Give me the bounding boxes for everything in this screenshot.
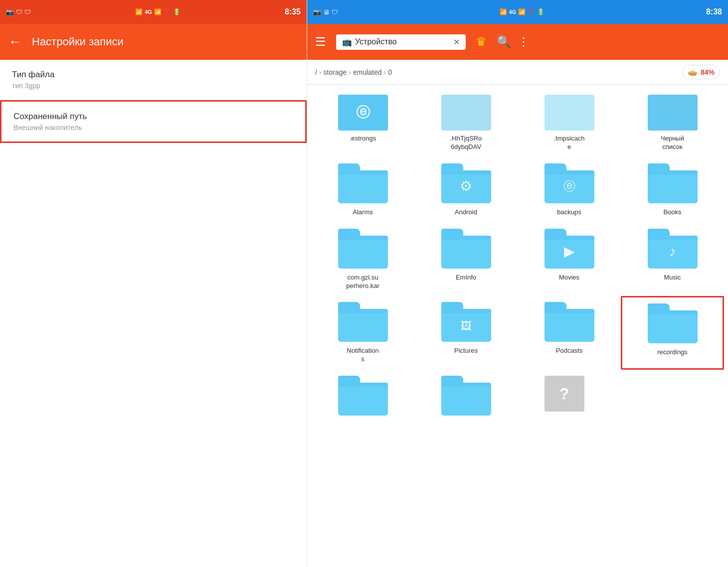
music-note-icon: ♪ [669,244,676,260]
device-chip-icon: 📺 [342,37,352,47]
folder-tmpsicache[interactable]: .tmpsicache [518,89,621,157]
folder-icon-comgzl [338,229,388,270]
folder-blacklist[interactable]: Черныйсписок [621,89,724,157]
device-chip-close-icon[interactable]: ✕ [453,37,460,47]
folder-alarms[interactable]: Alarms [311,157,414,223]
estrongs-logo: ⓔ [356,103,370,122]
folder-icon-music: ♪ [648,229,698,270]
android-gear-icon: ⚙ [460,178,472,194]
status-bar-left: 📷 🛡 🛡 📶 4G 📶 ❓ 🔋 8:35 [0,0,307,24]
folder-comgzl[interactable]: com.gzl.superhero.kar [311,223,414,296]
folder-recordings[interactable]: recordings [621,296,724,370]
right-panel: 📷 🖥 🛡 📶 4G 📶 ❓ 🔋 8:38 ☰ 📺 Устройство ✕ ♛… [307,0,728,567]
folder-name-backups: backups [557,208,581,217]
folder-podcasts[interactable]: Podcasts [518,296,621,370]
folder-name-pictures: Pictures [454,347,478,355]
left-app-bar: ← Настройки записи [0,24,307,60]
folder-name-books: Books [663,208,681,217]
pictures-image-icon: 🖼 [461,320,472,333]
folder-name-music: Music [664,274,681,282]
storage-pie-icon: 🥧 [688,67,698,77]
folder-name-tmp: .tmpsicache [553,135,584,151]
crown-icon[interactable]: ♛ [476,35,487,49]
breadcrumb-sep1: › [319,68,322,76]
folder-android[interactable]: ⚙ Android [414,157,518,223]
storage-percent: 84% [701,68,715,76]
folder-icon-books [648,163,698,204]
folder-icon-movies: ▶ [545,229,594,270]
left-signal-icons: 📶 4G 📶 ❓ 🔋 [135,8,181,15]
folder-unknown[interactable]: ? [518,370,621,426]
right-signal-icons: 📶 4G 📶 ❓ 🔋 [500,8,545,15]
file-type-value: тип 3gpp [12,82,295,90]
folder-pictures[interactable]: 🖼 Pictures [414,296,518,370]
folder-notifications[interactable]: Notifications [311,296,414,370]
folder-icon-android: ⚙ [441,163,491,204]
folder-name-comgzl: com.gzl.superhero.kar [346,274,379,290]
breadcrumb-path[interactable]: / › storage › emulated › 0 [315,68,392,76]
file-type-setting[interactable]: Тип файла тип 3gpp [0,60,307,100]
right-app-bar: ☰ 📺 Устройство ✕ ♛ 🔍 ⋮ [307,24,728,60]
folder-eminfo[interactable]: EmInfo [414,223,518,296]
folder-hhtjq[interactable]: .HhTjqSRo6dybqDAV [414,89,518,157]
movies-play-icon: ▶ [564,243,575,260]
left-status-icons: 📷 🛡 🛡 [6,8,31,16]
folder-icon-recordings [648,303,698,344]
device-chip[interactable]: 📺 Устройство ✕ [336,34,466,50]
shield2-icon: 🛡 [24,8,31,16]
settings-content: Тип файла тип 3gpp Сохраненный путь Внеш… [0,60,307,567]
folder-icon-eminfo [441,229,491,270]
folder-icon-black [648,95,698,131]
folder-icon-tmp [545,95,594,131]
save-path-setting[interactable]: Сохраненный путь Внешний накопитель [0,100,307,143]
status-bar-right: 📷 🖥 🛡 📶 4G 📶 ❓ 🔋 8:38 [307,0,728,24]
folder-icon-hhtjq [441,95,491,131]
folder-books[interactable]: Books [621,157,724,223]
save-path-value: Внешний накопитель [13,124,293,132]
file-grid: ⓔ .estrongs .HhTjqSRo6dybqDAV .tmpsicach… [307,85,728,567]
folder-icon-notifications [338,302,388,343]
folder-music[interactable]: ♪ Music [621,223,724,296]
left-app-title: Настройки записи [32,35,124,48]
folder-extra1[interactable] [311,370,414,426]
folder-name-black: Черныйсписок [661,135,684,151]
folder-name-podcasts: Podcasts [556,347,582,355]
shield1-icon: 🛡 [16,8,22,16]
breadcrumb-sep2: › [349,68,351,76]
device-chip-text: Устройство [355,37,450,46]
back-button[interactable]: ← [8,34,22,50]
folder-icon-estrongs: ⓔ [338,95,388,131]
folder-name-estrongs: .estrongs [350,135,376,143]
breadcrumb-storage[interactable]: storage [324,68,347,76]
hamburger-icon[interactable]: ☰ [315,35,326,49]
breadcrumb-emulated[interactable]: emulated [353,68,382,76]
folder-icon-extra1 [338,376,388,417]
folder-estrongs[interactable]: ⓔ .estrongs [311,89,414,157]
save-path-label: Сохраненный путь [13,112,293,122]
breadcrumb-sep3: › [384,68,386,76]
breadcrumb-root[interactable]: / [315,68,317,76]
left-panel: 📷 🛡 🛡 📶 4G 📶 ❓ 🔋 8:35 ← Настройки записи… [0,0,307,567]
backups-logo-icon: ⓔ [563,178,575,194]
folder-name-notifications: Notifications [347,347,378,364]
right-time: 8:38 [706,7,722,16]
folder-icon-pictures: 🖼 [441,302,491,343]
folder-name-alarms: Alarms [353,208,372,217]
folder-extra2[interactable] [414,370,518,426]
left-time: 8:35 [285,7,301,16]
breadcrumb-0[interactable]: 0 [388,68,392,76]
folder-name-movies: Movies [559,274,579,282]
folder-icon-unknown: ? [545,376,594,417]
folder-icon-alarms [338,163,388,204]
folder-movies[interactable]: ▶ Movies [518,223,621,296]
file-type-label: Тип файла [12,70,295,80]
camera-icon: 📷 [6,8,14,16]
folder-name-hhtjq: .HhTjqSRo6dybqDAV [450,135,482,151]
more-options-icon[interactable]: ⋮ [518,35,530,49]
folder-name-recordings: recordings [657,348,688,357]
folder-backups[interactable]: ⓔ backups [518,157,621,223]
search-icon[interactable]: 🔍 [497,35,512,49]
folder-icon-podcasts [545,302,594,343]
storage-badge: 🥧 84% [682,65,720,79]
folder-icon-extra2 [441,376,491,417]
